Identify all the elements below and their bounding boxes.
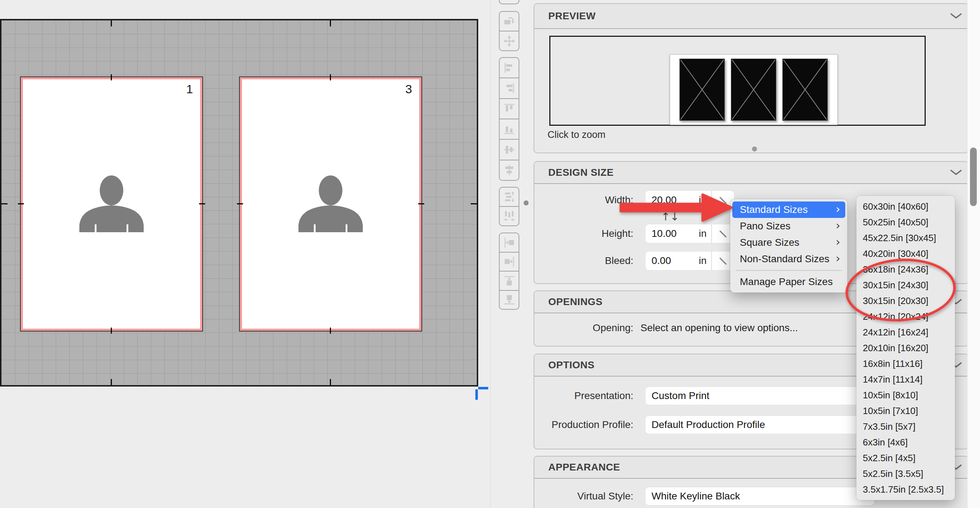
- menu-item-pano-sizes[interactable]: Pano Sizes ›: [732, 218, 845, 234]
- preview-page-indicator-dot[interactable]: [752, 146, 757, 151]
- push-right-button[interactable]: [500, 252, 519, 271]
- selection-corner-marker: [475, 389, 478, 400]
- submenu-size-option[interactable]: 24x12in [16x24]: [856, 324, 955, 340]
- page-number: 3: [405, 82, 412, 96]
- align-top-button[interactable]: [500, 98, 519, 119]
- submenu-size-option[interactable]: 7x3.5in [5x7]: [856, 419, 955, 434]
- submenu-size-option[interactable]: 3.5x1.75in [2.5x3.5]: [856, 481, 955, 497]
- submenu-size-label: 40x20in [30x40]: [863, 248, 929, 259]
- virtual-style-select[interactable]: White Keyline Black: [646, 487, 874, 505]
- presentation-label: Presentation:: [508, 390, 633, 402]
- link-dimensions-icon[interactable]: ↑↓: [659, 210, 681, 223]
- opening-value: Select an opening to view options...: [641, 322, 798, 334]
- align-center-vertical-icon: [503, 164, 516, 176]
- width-unit: in: [699, 194, 706, 206]
- move-button[interactable]: [500, 31, 519, 50]
- submenu-size-option[interactable]: 40x20in [30x40]: [856, 246, 955, 262]
- panel-scrollbar-thumb[interactable]: [970, 148, 977, 206]
- width-label: Width:: [526, 194, 633, 206]
- section-header-preview[interactable]: PREVIEW: [534, 4, 968, 29]
- align-top-icon: [503, 102, 516, 115]
- align-left-button[interactable]: [500, 58, 519, 78]
- distribute-vertical-icon: [503, 190, 516, 203]
- panel-scrollbar-track[interactable]: [967, 0, 980, 508]
- submenu-size-option[interactable]: 45x22.5in [30x45]: [856, 230, 955, 246]
- submenu-size-option[interactable]: 30x15in [24x30]: [856, 277, 955, 293]
- tick-mark: [418, 203, 424, 204]
- height-field[interactable]: 10.00 in: [646, 224, 734, 243]
- preview-placeholder-frame: [679, 59, 725, 121]
- menu-item-standard-sizes[interactable]: Standard Sizes ›: [732, 202, 845, 218]
- submenu-size-option[interactable]: 5x2.5in [4x5]: [856, 450, 955, 466]
- submenu-size-option[interactable]: 10x5in [7x10]: [856, 403, 955, 419]
- toolbar-group-clipped: [499, 0, 519, 4]
- section-title: PREVIEW: [548, 10, 596, 22]
- submenu-size-option[interactable]: 60x30in [40x60]: [856, 198, 955, 214]
- width-value: 20.00: [646, 194, 699, 206]
- align-bottom-button[interactable]: [500, 119, 519, 139]
- presentation-select[interactable]: Custom Print: [646, 387, 874, 405]
- person-placeholder-icon: [295, 175, 366, 233]
- submenu-chevron-icon: ›: [835, 235, 840, 249]
- page-number: 1: [186, 82, 193, 96]
- distribute-vertical-button[interactable]: [500, 187, 519, 206]
- tick-mark: [330, 328, 331, 334]
- submenu-size-label: 50x25in [40x50]: [863, 217, 929, 228]
- submenu-chevron-icon: ›: [835, 251, 840, 265]
- menu-item-manage-paper-sizes[interactable]: Manage Paper Sizes: [732, 274, 845, 290]
- align-center-vertical-button[interactable]: [500, 160, 519, 180]
- rotate-icon: [503, 15, 516, 28]
- rotate-button[interactable]: [500, 12, 519, 31]
- push-up-button[interactable]: [500, 271, 519, 290]
- preview-image[interactable]: [549, 36, 926, 126]
- align-right-icon: [503, 82, 516, 95]
- submenu-size-option[interactable]: 24x12in [20x24]: [856, 309, 955, 324]
- canvas-page-1[interactable]: 1: [21, 77, 202, 331]
- submenu-size-option[interactable]: 14x7in [11x14]: [856, 371, 955, 387]
- push-down-button[interactable]: [500, 290, 519, 310]
- preview-card: [670, 54, 838, 125]
- production-profile-select[interactable]: Default Production Profile: [646, 416, 874, 434]
- push-right-icon: [503, 255, 516, 268]
- section-header-design-size[interactable]: DESIGN SIZE: [534, 162, 968, 184]
- align-center-horizontal-button[interactable]: [500, 139, 519, 159]
- canvas-page-3[interactable]: 3: [240, 77, 422, 331]
- submenu-size-option[interactable]: 50x25in [40x50]: [856, 214, 955, 230]
- submenu-size-option[interactable]: 30x15in [20x30]: [856, 293, 955, 309]
- menu-item-label: Manage Paper Sizes: [740, 276, 833, 287]
- design-canvas[interactable]: 1 3: [0, 19, 478, 387]
- push-left-button[interactable]: [500, 233, 519, 252]
- submenu-size-option[interactable]: 36x18in [24x36]: [856, 262, 955, 277]
- menu-item-non-standard-sizes[interactable]: Non-Standard Sizes ›: [732, 251, 845, 267]
- submenu-size-label: 60x30in [40x60]: [863, 201, 929, 212]
- image-frame-button[interactable]: [500, 0, 519, 3]
- menu-item-square-sizes[interactable]: Square Sizes ›: [732, 234, 845, 251]
- presentation-value: Custom Print: [646, 390, 874, 402]
- submenu-size-option[interactable]: 16x8in [11x16]: [856, 356, 955, 371]
- production-profile-value: Default Production Profile: [646, 419, 874, 430]
- submenu-size-label: 10x5in [7x10]: [863, 405, 918, 416]
- chevron-down-icon[interactable]: [950, 169, 962, 176]
- distribute-horizontal-button[interactable]: [500, 206, 519, 225]
- chevron-down-icon[interactable]: [950, 13, 962, 19]
- submenu-size-option[interactable]: 20x10in [16x20]: [856, 340, 955, 356]
- standard-sizes-submenu: 60x30in [40x60] 50x25in [40x50] 45x22.5i…: [856, 196, 955, 500]
- menu-item-label: Square Sizes: [740, 237, 800, 248]
- tick-mark: [18, 203, 24, 204]
- size-context-menu: Standard Sizes › Pano Sizes › Square Siz…: [730, 199, 847, 292]
- submenu-chevron-icon: ›: [835, 219, 840, 232]
- submenu-size-option[interactable]: 6x3in [4x6]: [856, 434, 955, 450]
- submenu-chevron-icon: ›: [835, 202, 840, 216]
- align-right-button[interactable]: [500, 78, 519, 98]
- height-value: 10.00: [646, 228, 699, 239]
- tick-mark: [111, 328, 112, 334]
- tick-mark: [2, 203, 8, 204]
- section-title: OPTIONS: [548, 359, 595, 371]
- submenu-size-option[interactable]: 10x5in [8x10]: [856, 387, 955, 403]
- person-placeholder-icon: [76, 175, 147, 233]
- push-up-icon: [503, 275, 516, 287]
- submenu-size-label: 24x12in [16x24]: [863, 327, 929, 338]
- submenu-size-option[interactable]: 5x2.5in [3.5x5]: [856, 466, 955, 481]
- bleed-field[interactable]: 0.00 in: [646, 251, 734, 270]
- width-field[interactable]: 20.00 in: [646, 191, 734, 210]
